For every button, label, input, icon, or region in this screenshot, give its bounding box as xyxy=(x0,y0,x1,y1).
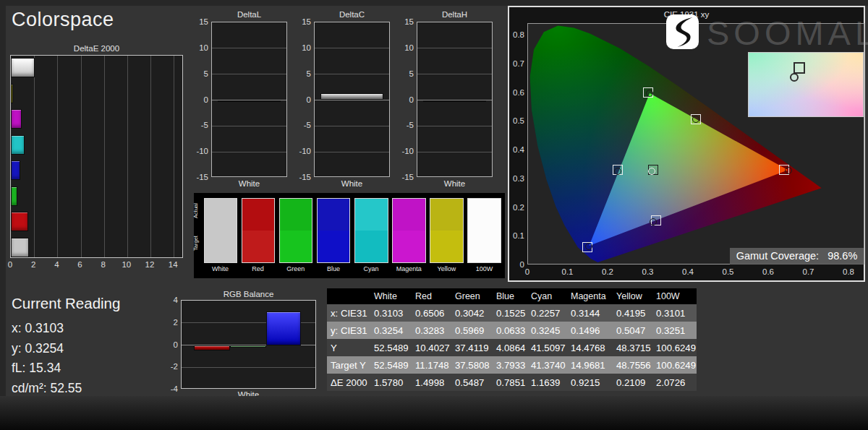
rgb-bar-red xyxy=(194,345,230,351)
rgb-ytick: -4 xyxy=(171,384,178,393)
deltaL-ytick: 15 xyxy=(199,17,208,26)
current-reading-x: x: 0.3103 xyxy=(12,321,64,336)
deltae-xtick: 12 xyxy=(145,260,155,269)
table-cell: 52.5489 xyxy=(370,339,412,356)
deltaC-gridline xyxy=(315,152,389,152)
swatch-label-magenta: Magenta xyxy=(390,265,427,272)
deltae-gridline xyxy=(127,56,128,257)
bottom-control-bar: WhiteRedGreenBlueCyanMagentaYellow100W ■… xyxy=(0,396,868,430)
deltaH-ytick: 10 xyxy=(404,43,414,52)
deltaH-title: DeltaH xyxy=(417,10,493,19)
cie-xtick: 0 xyxy=(525,267,529,276)
cie-ytick: 0.7 xyxy=(513,59,524,68)
deltaH-ytick: 15 xyxy=(404,17,414,26)
table-cell: 1.5780 xyxy=(370,374,412,391)
table-header-100w: 100W xyxy=(652,288,697,304)
deltaH-ytick: -10 xyxy=(401,147,414,155)
deltae-gridline xyxy=(104,56,105,257)
deltae-chart-plot xyxy=(10,55,183,258)
deltae-xtick: 14 xyxy=(169,260,178,269)
cie-ytick: 0.5 xyxy=(513,116,524,125)
deltaH-plot xyxy=(417,22,493,177)
table-cell: 48.7556 xyxy=(613,356,652,374)
deltae-xtick: 8 xyxy=(101,260,105,269)
deltaH-ytick: -5 xyxy=(407,121,414,129)
cie-xtick: 0.5 xyxy=(723,267,734,276)
deltae-gridline xyxy=(150,56,151,257)
deltaC-plot xyxy=(314,22,390,177)
deltaC-ytick: -10 xyxy=(299,147,311,155)
deltaH-bar-white xyxy=(423,100,486,102)
table-header-cyan: Cyan xyxy=(527,288,567,304)
gamut-coverage-label: Gamut Coverage: xyxy=(736,250,819,262)
page-title: Colorspace xyxy=(12,9,114,31)
swatch-actual-magenta xyxy=(392,198,426,231)
deltaH-gridline xyxy=(417,126,492,126)
table-cell: 52.5489 xyxy=(370,356,412,374)
deltae-bar-magenta xyxy=(11,109,22,129)
deltae-xtick: 6 xyxy=(77,260,82,269)
table-cell: 37.5808 xyxy=(451,356,493,374)
rgb-bar-blue xyxy=(266,311,301,345)
rgb-gridline xyxy=(182,367,315,368)
table-cell: 0.1525 xyxy=(493,304,527,322)
table-cell: 37.4119 xyxy=(451,339,493,356)
table-cell: 3.7933 xyxy=(493,356,527,374)
deltaL-title: DeltaL xyxy=(211,10,287,19)
deltae-gridline xyxy=(81,56,82,257)
deltaC-axis-label: White xyxy=(314,179,390,188)
swatch-target-yellow xyxy=(430,231,464,263)
deltae-xtick: 4 xyxy=(54,260,59,269)
soomal-s-glyph xyxy=(666,14,699,49)
deltaL-ytick: 10 xyxy=(199,43,208,52)
rgb-bar-green xyxy=(230,345,266,348)
table-cell: 0.6506 xyxy=(412,304,451,322)
swatch-label-white: White xyxy=(202,265,239,272)
deltaC-gridline xyxy=(315,48,389,48)
rgb-balance-title: RGB Balance xyxy=(181,290,316,298)
table-cell: 100.6249 xyxy=(652,356,697,374)
table-row: y: CIE310.32540.32830.59690.06330.32450.… xyxy=(327,322,697,339)
deltae-bar-red xyxy=(11,212,28,231)
deltae-gridline xyxy=(34,56,35,257)
deltae-gridline xyxy=(57,56,58,257)
current-reading-title: Current Reading xyxy=(12,295,120,312)
deltaH-gridline xyxy=(417,152,492,152)
actual-row-label: Actual xyxy=(192,203,199,218)
table-cell: x: CIE31 xyxy=(327,304,370,322)
table-header-white: White xyxy=(370,288,412,304)
cie-xtick: 0.6 xyxy=(762,267,774,276)
rgb-ytick: 2 xyxy=(174,318,178,327)
deltaH-gridline xyxy=(417,74,492,74)
table-cell: 4.0864 xyxy=(493,339,527,356)
table-cell: Y xyxy=(327,339,370,356)
table-cell: 0.3144 xyxy=(567,304,613,322)
table-row: Target Y52.548911.174837.58083.793341.37… xyxy=(327,356,697,374)
deltaL-axis-label: White xyxy=(211,179,287,188)
swatch-label-100w: 100W xyxy=(465,265,503,272)
deltae-xtick: 10 xyxy=(122,260,131,269)
deltaH-ytick: 0 xyxy=(409,95,414,104)
table-cell: 0.3251 xyxy=(652,322,697,339)
table-cell: 0.9215 xyxy=(567,374,613,391)
top-edge-strip xyxy=(0,0,868,6)
swatch-target-white xyxy=(204,231,238,263)
deltaC-gridline xyxy=(315,126,389,126)
table-row: x: CIE310.31030.65060.30420.15250.22570.… xyxy=(327,304,697,322)
table-header-blue: Blue xyxy=(493,288,527,304)
deltae-chart-title: DeltaE 2000 xyxy=(10,44,183,53)
cie-actual-green xyxy=(646,90,653,97)
deltae-bar-green xyxy=(11,186,17,206)
gamut-coverage-badge: Gamut Coverage: 98.6% xyxy=(730,248,864,265)
cie-1931-panel: CIE 1931 xy xyxy=(508,6,865,282)
soomal-watermark: SOOMAL xyxy=(707,13,868,53)
table-cell: 41.5097 xyxy=(527,339,567,356)
table-cell: 1.1639 xyxy=(527,374,567,391)
table-cell: ΔE 2000 xyxy=(327,374,370,391)
cie-ytick: 0.1 xyxy=(513,231,524,240)
deltaC-bar-white xyxy=(320,93,383,100)
swatch-actual-white xyxy=(204,198,238,231)
table-cell: 0.5047 xyxy=(613,322,652,339)
table-cell: 0.3042 xyxy=(451,304,493,322)
table-row: ΔE 20001.57801.49980.54870.78511.16390.9… xyxy=(327,374,697,391)
